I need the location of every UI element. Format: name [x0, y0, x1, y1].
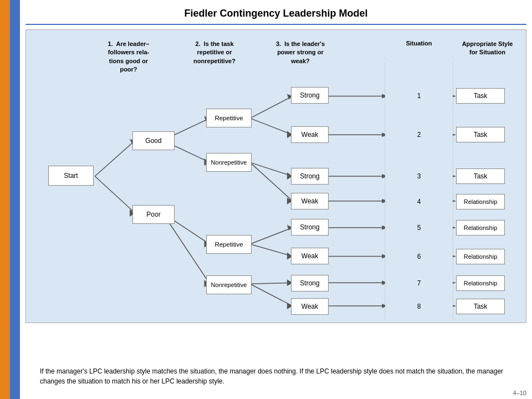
- rep1-box: Repetitive: [206, 109, 252, 127]
- page-title: Fiedler Contingency Leadership Model: [20, 0, 532, 24]
- sit4: 4: [386, 194, 452, 209]
- style6-box: Relationship: [456, 249, 505, 264]
- style2-box: Task: [456, 127, 505, 142]
- diagram-area: 1. Are leader–followers rela-tions good …: [25, 29, 526, 323]
- poor-box: Poor: [132, 205, 175, 224]
- start-box: Start: [48, 166, 94, 186]
- col2-header: 2. Is the taskrepetitive ornonrepetitive…: [187, 40, 242, 65]
- nonrep2-box: Nonrepetitive: [206, 275, 252, 294]
- good-box: Good: [132, 131, 175, 150]
- strong2-box: Strong: [291, 168, 329, 185]
- orange-bar: [0, 0, 10, 399]
- svg-line-22: [250, 244, 293, 257]
- sit1: 1: [386, 88, 452, 104]
- blue-bar: [10, 0, 20, 399]
- svg-line-20: [250, 228, 293, 244]
- sit7: 7: [386, 275, 452, 291]
- sit2: 2: [386, 127, 452, 142]
- weak3-box: Weak: [291, 248, 329, 264]
- svg-line-12: [250, 96, 293, 119]
- col5-header: Appropriate Stylefor Situation: [456, 40, 519, 57]
- svg-line-14: [250, 118, 293, 135]
- svg-line-2: [95, 176, 135, 213]
- style7-box: Relationship: [456, 275, 505, 291]
- footer-text: If the manager's LPC leadership style ma…: [40, 366, 522, 387]
- page-number: 4–10: [513, 390, 526, 396]
- sit6: 6: [386, 249, 452, 264]
- svg-line-18: [250, 162, 293, 201]
- style8-box: Task: [456, 299, 505, 314]
- weak4-box: Weak: [291, 298, 329, 315]
- title-divider: [25, 24, 526, 25]
- col3-header: 3. Is the leader'spower strong orweak?: [267, 40, 334, 65]
- sit5: 5: [386, 220, 452, 236]
- sit3: 3: [386, 168, 452, 184]
- svg-line-16: [250, 162, 293, 176]
- svg-line-0: [95, 140, 135, 176]
- svg-line-24: [250, 283, 293, 284]
- nonrep1-box: Nonrepetitive: [206, 153, 252, 172]
- svg-line-26: [250, 284, 293, 306]
- main-content: Fiedler Contingency Leadership Model: [20, 0, 532, 399]
- sit8: 8: [386, 299, 452, 314]
- weak1-box: Weak: [291, 126, 329, 143]
- strong3-box: Strong: [291, 219, 329, 236]
- style3-box: Task: [456, 168, 505, 184]
- strong1-box: Strong: [291, 87, 329, 104]
- style1-box: Task: [456, 88, 505, 104]
- col4-header: Situation: [386, 40, 452, 47]
- weak2-box: Weak: [291, 193, 329, 209]
- style4-box: Relationship: [456, 194, 505, 209]
- col1-header: 1. Are leader–followers rela-tions good …: [101, 40, 156, 74]
- strong4-box: Strong: [291, 275, 329, 291]
- style5-box: Relationship: [456, 220, 505, 236]
- rep2-box: Repetitive: [206, 235, 252, 254]
